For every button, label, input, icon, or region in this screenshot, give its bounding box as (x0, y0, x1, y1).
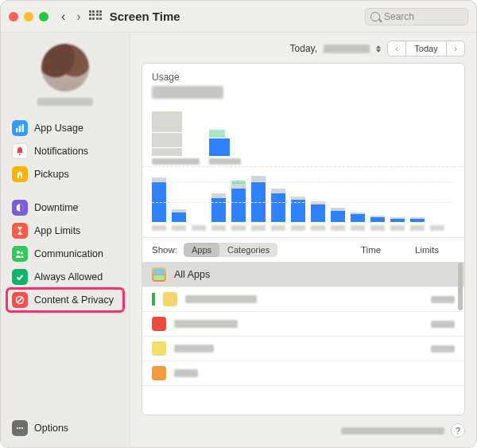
date-stepper[interactable] (376, 45, 381, 53)
app-time-redacted (431, 345, 455, 353)
sidebar-item-communication[interactable]: Communication (7, 243, 123, 265)
app-icon (163, 292, 177, 306)
avatar (41, 44, 89, 92)
svg-point-5 (17, 251, 20, 254)
list-row-label: All Apps (174, 269, 210, 280)
sidebar-item-label: App Usage (34, 123, 83, 134)
legend-stack (152, 111, 200, 165)
current-date-redacted (324, 45, 370, 53)
forward-button[interactable]: › (76, 10, 80, 24)
svg-rect-1 (19, 126, 21, 132)
chart-bar (291, 197, 305, 222)
sidebar-item-app-usage[interactable]: App Usage (7, 117, 123, 139)
column-limits: Limits (415, 245, 455, 255)
chart-bar (351, 212, 365, 222)
chart-bar (390, 217, 405, 222)
app-icon (152, 317, 166, 331)
sidebar: App Usage Notifications Pickups (1, 33, 130, 447)
scrollbar-thumb[interactable] (458, 263, 463, 310)
minimize-window-button[interactable] (24, 12, 33, 21)
sidebar-item-label: Downtime (34, 202, 79, 213)
no-entry-icon (12, 292, 28, 308)
sidebar-item-label: Communication (34, 248, 103, 259)
screen-time-window: ‹ › Screen Time Search App Us (0, 0, 477, 448)
date-segmented-control: ‹ Today › (387, 41, 465, 56)
usage-legend (142, 103, 464, 166)
sidebar-item-label: App Limits (34, 225, 80, 236)
footer: ? (142, 422, 465, 438)
usage-panel: Usage Show: Apps (142, 63, 465, 415)
chart-bar (231, 181, 246, 222)
search-field[interactable]: Search (365, 8, 468, 25)
chart-bar (172, 209, 186, 222)
sidebar-item-options[interactable]: Options (7, 417, 123, 439)
search-icon (370, 12, 380, 21)
chart-bar (410, 217, 425, 222)
chart-bar (370, 216, 385, 222)
sidebar-group-activity: App Usage Notifications Pickups (7, 117, 123, 185)
search-placeholder: Search (384, 11, 414, 22)
today-button[interactable]: Today (405, 41, 447, 56)
pickups-icon (12, 166, 28, 182)
sidebar-item-downtime[interactable]: Downtime (7, 197, 123, 219)
sidebar-item-label: Always Allowed (34, 271, 103, 282)
window-toolbar: ‹ › Screen Time Search (1, 1, 476, 33)
traffic-lights (9, 12, 48, 21)
show-segmented-control: Apps Categories (184, 243, 277, 257)
help-button[interactable]: ? (451, 423, 465, 438)
chart-bar (271, 189, 285, 222)
svg-rect-0 (16, 128, 17, 132)
back-button[interactable]: ‹ (61, 10, 65, 24)
chart-bar (311, 201, 325, 222)
zoom-window-button[interactable] (39, 12, 48, 21)
total-usage-redacted (152, 86, 223, 99)
svg-rect-2 (22, 124, 24, 132)
app-name-redacted (185, 295, 257, 303)
ellipsis-icon (12, 420, 28, 436)
moon-icon (12, 200, 28, 216)
app-name-redacted (174, 369, 198, 377)
app-icon (152, 341, 166, 356)
show-filter-row: Show: Apps Categories Time Limits (142, 237, 464, 263)
list-row[interactable] (142, 287, 464, 312)
hourglass-icon (12, 223, 28, 239)
communication-icon (12, 246, 28, 262)
sidebar-item-always-allowed[interactable]: Always Allowed (7, 266, 123, 288)
date-navigation: Today, ‹ Today › (142, 41, 465, 56)
svg-line-8 (17, 298, 22, 302)
account-header[interactable] (7, 44, 123, 106)
date-label-prefix: Today, (290, 43, 317, 54)
svg-point-11 (21, 427, 23, 429)
column-time: Time (361, 245, 409, 255)
chart-bar (211, 193, 226, 222)
sidebar-item-notifications[interactable]: Notifications (7, 140, 123, 162)
show-seg-apps[interactable]: Apps (184, 243, 219, 257)
list-row[interactable] (142, 337, 464, 361)
app-name-redacted (174, 320, 238, 328)
svg-point-9 (17, 427, 18, 429)
app-time-redacted (431, 296, 455, 303)
svg-point-6 (21, 251, 23, 254)
list-row[interactable] (142, 312, 464, 337)
category-dot (152, 293, 155, 306)
window-title: Screen Time (110, 10, 180, 23)
show-seg-categories[interactable]: Categories (219, 243, 277, 257)
svg-point-10 (19, 427, 21, 429)
usage-section-title: Usage (152, 72, 455, 83)
app-time-redacted (431, 321, 455, 328)
sidebar-item-pickups[interactable]: Pickups (7, 163, 123, 185)
close-window-button[interactable] (9, 12, 18, 21)
list-row[interactable] (142, 361, 464, 386)
next-day-button[interactable]: › (447, 41, 464, 56)
sidebar-item-app-limits[interactable]: App Limits (7, 220, 123, 242)
sidebar-item-label: Options (34, 423, 68, 434)
app-icon (152, 366, 166, 380)
list-row-all-apps[interactable]: All Apps (142, 263, 464, 287)
prev-day-button[interactable]: ‹ (388, 41, 405, 56)
all-apps-icon (152, 267, 166, 282)
chart-bar (251, 176, 266, 222)
sidebar-item-content-privacy[interactable]: Content & Privacy (7, 289, 123, 311)
all-preferences-icon[interactable] (89, 10, 102, 23)
sidebar-item-label: Content & Privacy (34, 294, 114, 306)
chart-bar-icon (12, 120, 28, 136)
